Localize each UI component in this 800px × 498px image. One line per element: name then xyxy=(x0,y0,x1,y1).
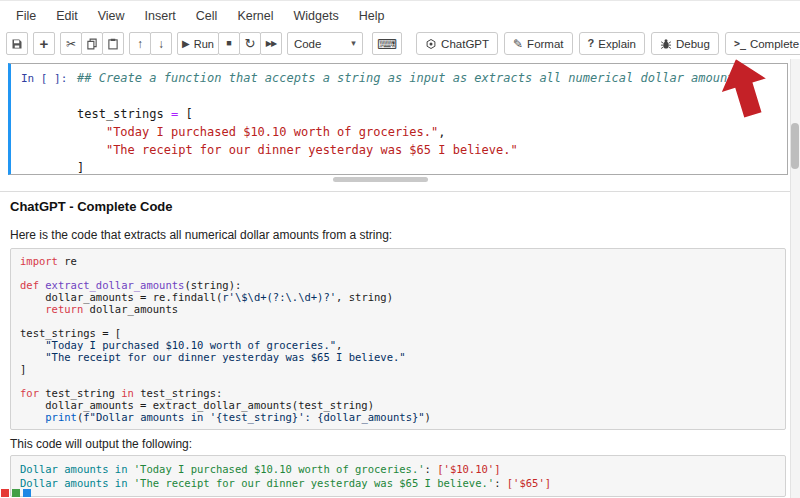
restart-icon: ↻ xyxy=(244,37,255,50)
panel-divider xyxy=(0,191,800,192)
blue-fragment xyxy=(23,489,31,497)
paste-cells-button[interactable] xyxy=(102,32,124,55)
bug-icon xyxy=(660,38,672,50)
format-button[interactable]: ✎ Format xyxy=(504,32,572,55)
command-palette-button[interactable]: ⌨ xyxy=(372,32,402,55)
generated-code-block: import re def extract_dollar_amounts(str… xyxy=(10,248,786,430)
green-fragment xyxy=(12,489,20,497)
chatgpt-panel-intro: Here is the code that extracts all numer… xyxy=(10,228,392,242)
run-button[interactable]: ▶Run xyxy=(177,32,219,55)
menu-insert[interactable]: Insert xyxy=(135,6,186,26)
explain-button[interactable]: ? Explain xyxy=(579,32,645,55)
code-cell[interactable]: In [ ]: ## Create a function that accept… xyxy=(8,63,788,175)
format-label: Format xyxy=(527,38,563,50)
add-cell-button[interactable]: + xyxy=(33,32,55,55)
menu-widgets[interactable]: Widgets xyxy=(284,6,349,26)
plus-icon: + xyxy=(40,36,49,51)
move-cell-down-button[interactable]: ↓ xyxy=(150,32,172,55)
terminal-prompt-icon: >_ xyxy=(734,39,746,49)
restart-run-all-button[interactable]: ▶▶ xyxy=(260,32,282,55)
jupyter-notebook-window: File Edit View Insert Cell Kernel Widget… xyxy=(0,0,800,498)
generated-output-block: Dollar amounts in 'Today I purchased $10… xyxy=(10,455,786,497)
chatgpt-panel-outro: This code will output the following: xyxy=(10,437,192,451)
complete-label: Complete xyxy=(750,38,799,50)
restart-kernel-button[interactable]: ↻ xyxy=(239,32,261,55)
menu-kernel[interactable]: Kernel xyxy=(227,6,283,26)
arrow-down-icon: ↓ xyxy=(158,38,164,50)
save-icon xyxy=(11,38,23,50)
menu-help[interactable]: Help xyxy=(349,6,395,26)
cropped-corner-icons xyxy=(1,489,31,497)
pencil-icon: ✎ xyxy=(513,38,523,50)
vertical-scrollbar-track[interactable] xyxy=(790,59,800,498)
save-button[interactable] xyxy=(6,32,28,55)
debug-button[interactable]: Debug xyxy=(651,32,719,55)
debug-label: Debug xyxy=(676,38,710,50)
vertical-scrollbar-thumb[interactable] xyxy=(791,123,799,169)
toolbar: + ✂ ↑ ↓ ▶Run ■ ↻ ▶▶ Code ▾ ⌨ Cha xyxy=(6,32,800,55)
chatgpt-button[interactable]: ChatGPT xyxy=(416,32,498,55)
cut-cells-button[interactable]: ✂ xyxy=(60,32,82,55)
menu-file[interactable]: File xyxy=(6,6,46,26)
interrupt-kernel-button[interactable]: ■ xyxy=(218,32,240,55)
fast-forward-icon: ▶▶ xyxy=(266,40,276,48)
run-icon: ▶ xyxy=(182,39,190,49)
arrow-up-icon: ↑ xyxy=(137,38,143,50)
scissors-icon: ✂ xyxy=(66,38,76,50)
keyboard-icon: ⌨ xyxy=(377,37,397,51)
chatgpt-panel-title: ChatGPT - Complete Code xyxy=(10,199,173,214)
chatgpt-logo-icon xyxy=(425,38,437,50)
menu-bar: File Edit View Insert Cell Kernel Widget… xyxy=(6,6,394,26)
menu-edit[interactable]: Edit xyxy=(46,6,88,26)
red-fragment xyxy=(1,489,9,497)
stop-icon: ■ xyxy=(226,39,231,48)
explain-label: Explain xyxy=(598,38,636,50)
question-icon: ? xyxy=(588,38,595,49)
chatgpt-label: ChatGPT xyxy=(441,38,489,50)
cell-editor[interactable]: ## Create a function that accepts a stri… xyxy=(77,64,787,174)
run-label: Run xyxy=(194,38,214,50)
cell-type-select[interactable]: Code ▾ xyxy=(287,32,363,55)
copy-icon xyxy=(86,38,98,50)
chevron-down-icon: ▾ xyxy=(351,39,356,48)
cell-prompt: In [ ]: xyxy=(11,64,77,174)
cell-type-value: Code xyxy=(294,38,322,50)
copy-cells-button[interactable] xyxy=(81,32,103,55)
move-cell-up-button[interactable]: ↑ xyxy=(129,32,151,55)
menu-cell[interactable]: Cell xyxy=(186,6,228,26)
horizontal-scrollbar-thumb[interactable] xyxy=(333,177,428,182)
paste-icon xyxy=(107,38,119,50)
menu-view[interactable]: View xyxy=(88,6,135,26)
